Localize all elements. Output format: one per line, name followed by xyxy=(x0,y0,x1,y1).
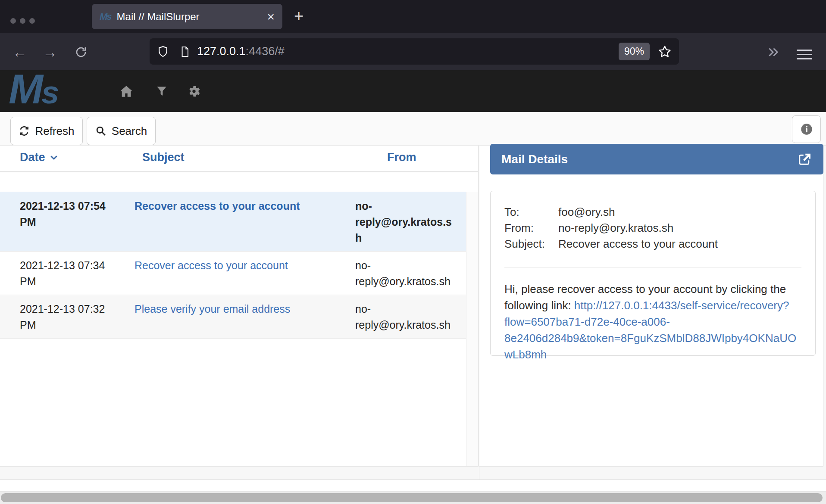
refresh-icon xyxy=(19,125,30,137)
mail-details-title: Mail Details xyxy=(501,152,797,166)
refresh-button[interactable]: Refresh xyxy=(10,117,83,145)
shield-icon[interactable] xyxy=(156,45,169,58)
scrollbar-thumb[interactable] xyxy=(1,493,823,502)
url-path: :4436/# xyxy=(246,45,285,58)
mail-subject-link[interactable]: Please verify your email address xyxy=(125,301,346,333)
info-button[interactable] xyxy=(792,115,821,143)
card-divider xyxy=(504,268,801,268)
mail-from: no-reply@ory.kratos.sh xyxy=(346,301,466,333)
zoom-level-badge[interactable]: 90% xyxy=(619,43,650,60)
main-content: Date Subject From 2021-12-13 07:54 PM Re… xyxy=(0,146,826,467)
tab-title: Mail // MailSlurper xyxy=(117,11,263,23)
mail-list-header: Date Subject From xyxy=(0,146,478,172)
to-value: foo@ory.sh xyxy=(558,204,801,220)
mail-body: Hi, please recover access to your accoun… xyxy=(504,281,801,363)
mail-list-scrollbar[interactable] xyxy=(466,192,478,466)
url-text[interactable]: 127.0.0.1:4436/# xyxy=(197,45,285,58)
tab-bar: Ms Mail // MailSlurper × + xyxy=(0,0,826,33)
mailslurper-favicon-icon: Ms xyxy=(100,11,111,22)
url-host: 127.0.0.1 xyxy=(197,45,246,58)
mail-detail-card: To: foo@ory.sh From: no-reply@ory.kratos… xyxy=(490,191,816,356)
sort-chevron-down-icon xyxy=(49,152,59,163)
window-dot-icon[interactable] xyxy=(10,18,16,24)
browser-toolbar: ← → 127.0.0.1:4436/# 90% xyxy=(0,33,826,70)
mail-rows: 2021-12-13 07:54 PM Recover access to yo… xyxy=(0,192,466,339)
action-strip: Refresh Search xyxy=(0,112,826,146)
search-button-label: Search xyxy=(112,124,147,138)
mail-from: no-reply@ory.kratos.sh xyxy=(346,198,466,246)
subject-label: Subject: xyxy=(504,236,558,252)
info-icon xyxy=(800,122,813,136)
search-icon xyxy=(95,125,106,137)
mail-subject-link[interactable]: Recover access to your account xyxy=(125,258,346,289)
page-info-icon[interactable] xyxy=(179,45,191,58)
refresh-button-label: Refresh xyxy=(35,124,74,138)
mail-list-panel: Date Subject From 2021-12-13 07:54 PM Re… xyxy=(0,146,479,467)
home-button[interactable] xyxy=(118,83,135,100)
column-header-from[interactable]: From xyxy=(387,151,416,164)
overflow-menu-button[interactable] xyxy=(766,45,780,59)
mail-subject-link[interactable]: Recover access to your account xyxy=(125,198,346,246)
settings-button[interactable] xyxy=(186,83,202,100)
table-row[interactable]: 2021-12-13 07:54 PM Recover access to yo… xyxy=(0,192,466,252)
mail-details-header: Mail Details xyxy=(490,144,823,174)
forward-button[interactable]: → xyxy=(41,43,59,62)
reload-icon xyxy=(74,45,88,59)
star-icon xyxy=(657,44,672,59)
column-header-subject[interactable]: Subject xyxy=(142,151,185,164)
window-controls[interactable] xyxy=(10,18,35,24)
from-value: no-reply@ory.kratos.sh xyxy=(558,220,801,236)
bookmark-star-button[interactable] xyxy=(657,44,672,59)
back-button[interactable]: ← xyxy=(10,43,29,62)
mail-from: no-reply@ory.kratos.sh xyxy=(346,258,466,289)
external-link-icon xyxy=(797,152,812,167)
from-label: From: xyxy=(504,220,558,236)
new-tab-button[interactable]: + xyxy=(294,8,303,24)
hamburger-menu-button[interactable] xyxy=(797,47,812,62)
bottom-band xyxy=(0,479,826,492)
reload-button[interactable] xyxy=(72,43,91,62)
browser-tab[interactable]: Ms Mail // MailSlurper × xyxy=(92,4,282,29)
search-button[interactable]: Search xyxy=(87,117,156,145)
to-label: To: xyxy=(504,204,558,220)
filter-button[interactable] xyxy=(153,83,170,100)
mail-date: 2021-12-13 07:54 PM xyxy=(0,198,125,246)
address-bar[interactable]: 127.0.0.1:4436/# 90% xyxy=(150,38,679,65)
browser-window: Ms Mail // MailSlurper × + ← → 127.0.0.1… xyxy=(0,0,826,504)
mail-date: 2021-12-13 07:32 PM xyxy=(0,301,125,333)
panel-divider xyxy=(479,467,479,479)
mail-date: 2021-12-13 07:34 PM xyxy=(0,258,125,289)
filter-icon xyxy=(155,84,169,98)
subject-value: Recover access to your account xyxy=(558,236,801,252)
app-navbar: Ms xyxy=(0,70,826,112)
window-dot-icon[interactable] xyxy=(20,18,25,24)
double-chevron-right-icon xyxy=(766,45,780,59)
table-row[interactable]: 2021-12-13 07:32 PM Please verify your e… xyxy=(0,295,466,339)
table-row[interactable]: 2021-12-13 07:34 PM Recover access to yo… xyxy=(0,252,466,295)
horizontal-scrollbar[interactable] xyxy=(0,492,826,504)
window-dot-icon[interactable] xyxy=(29,18,35,24)
open-external-button[interactable] xyxy=(797,152,812,167)
column-header-date[interactable]: Date xyxy=(20,151,59,164)
tab-close-icon[interactable]: × xyxy=(263,10,275,23)
mail-details-panel: Mail Details To: foo@ory.sh From: no-re xyxy=(479,146,823,467)
home-icon xyxy=(119,84,134,99)
gear-icon xyxy=(187,84,201,99)
